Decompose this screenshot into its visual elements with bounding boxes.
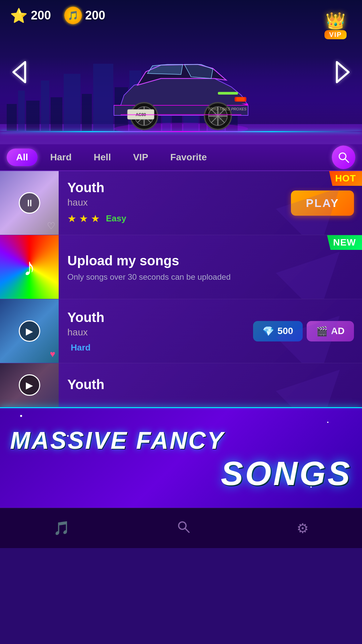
song-thumbnail[interactable]: ⏸ ♡ bbox=[0, 171, 59, 235]
song-artist: haux bbox=[67, 197, 281, 208]
play-circle[interactable]: ▶ bbox=[19, 374, 40, 396]
difficulty-tag: Easy bbox=[106, 213, 126, 224]
home-icon: 🎵 bbox=[53, 520, 70, 536]
nav-settings[interactable]: ⚙ bbox=[297, 521, 309, 536]
song-row: NEW ♪ Upload my songs Only songs over 30… bbox=[0, 235, 362, 299]
svg-rect-3 bbox=[236, 97, 245, 101]
tab-hard[interactable]: Hard bbox=[41, 149, 81, 166]
star-2: ★ bbox=[79, 213, 88, 224]
coin-count: 200 bbox=[85, 8, 105, 22]
next-arrow[interactable] bbox=[332, 60, 355, 84]
ad-label: AD bbox=[331, 326, 345, 336]
stars-row: ★ ★ ★ Easy bbox=[67, 213, 281, 224]
play-button[interactable]: PLAY bbox=[291, 191, 354, 216]
song-thumbnail[interactable]: ▶ ♥ bbox=[0, 299, 59, 363]
song-title-partial: Youth bbox=[67, 377, 355, 392]
song-title: Youth bbox=[67, 310, 243, 325]
film-icon: 🎬 bbox=[316, 326, 328, 337]
crown-icon: 👑 bbox=[325, 11, 346, 30]
ad-button[interactable]: 🎬 AD bbox=[307, 321, 354, 341]
nav-home[interactable]: 🎵 bbox=[53, 520, 70, 536]
song-actions: 💎 500 🎬 AD bbox=[250, 299, 362, 363]
star-count: 200 bbox=[31, 8, 51, 22]
gems-button[interactable]: 💎 500 bbox=[253, 321, 303, 341]
difficulty-tag: Hard bbox=[71, 342, 243, 353]
nav-search[interactable] bbox=[177, 520, 190, 536]
song-row: ▶ ♥ Youth haux Hard 💎 500 🎬 AD bbox=[0, 299, 362, 363]
promo-line2: SONGS bbox=[221, 454, 352, 493]
search-nav-icon bbox=[177, 520, 190, 536]
vip-badge[interactable]: 👑 VIP bbox=[317, 10, 354, 40]
tab-vip[interactable]: VIP bbox=[124, 149, 158, 166]
star-1: ★ bbox=[67, 213, 76, 224]
prev-arrow[interactable] bbox=[7, 60, 30, 84]
song-list: HOT ⏸ ♡ Youth haux ★ ★ ★ Easy PLAY NEW bbox=[0, 171, 362, 407]
gems-actions: 💎 500 🎬 AD bbox=[253, 321, 354, 341]
vip-label: VIP bbox=[324, 30, 347, 39]
hot-badge: HOT bbox=[329, 171, 362, 186]
search-button[interactable] bbox=[332, 146, 355, 169]
song-row-partial: ▶ Youth bbox=[0, 363, 362, 407]
song-artist: haux bbox=[67, 327, 243, 338]
music-note-icon: ♪ bbox=[23, 253, 36, 281]
song-thumbnail-partial[interactable]: ▶ bbox=[0, 363, 59, 407]
hero-section: ⭐ 200 🎵 200 👑 VIP bbox=[0, 0, 362, 144]
promo-line1: MASSIVE FANCY bbox=[10, 427, 225, 454]
favorite-heart[interactable]: ♥ bbox=[50, 349, 55, 360]
coin-stat: 🎵 200 bbox=[64, 7, 105, 24]
tab-hell[interactable]: Hell bbox=[84, 149, 120, 166]
gear-icon: ⚙ bbox=[297, 521, 309, 536]
play-circle[interactable]: ▶ bbox=[19, 320, 40, 342]
diamond-icon: 💎 bbox=[262, 326, 274, 337]
tab-favorite[interactable]: Favorite bbox=[161, 149, 216, 166]
song-title: Youth bbox=[67, 180, 281, 195]
upload-description: Only songs over 30 seconds can be upload… bbox=[67, 272, 355, 282]
star-icon: ⭐ bbox=[10, 7, 27, 24]
svg-line-24 bbox=[345, 159, 349, 162]
favorite-heart[interactable]: ♡ bbox=[47, 220, 55, 231]
song-info: Youth haux ★ ★ ★ Easy bbox=[59, 171, 288, 235]
song-info-partial: Youth bbox=[59, 363, 362, 407]
pause-button[interactable]: ⏸ bbox=[19, 192, 40, 214]
top-bar: ⭐ 200 🎵 200 👑 VIP bbox=[0, 7, 362, 24]
star-stat: ⭐ 200 bbox=[10, 7, 51, 24]
svg-rect-1 bbox=[218, 92, 238, 95]
coin-icon: 🎵 bbox=[64, 7, 82, 24]
song-info: Youth haux Hard bbox=[59, 299, 250, 363]
song-info: Upload my songs Only songs over 30 secon… bbox=[59, 235, 362, 299]
svg-line-26 bbox=[185, 528, 189, 532]
svg-marker-21 bbox=[13, 62, 25, 82]
new-badge: NEW bbox=[327, 235, 362, 250]
upload-title: Upload my songs bbox=[67, 253, 355, 268]
promo-section: MASSIVE FANCY SONGS bbox=[0, 407, 362, 508]
song-row: HOT ⏸ ♡ Youth haux ★ ★ ★ Easy PLAY bbox=[0, 171, 362, 235]
star-3: ★ bbox=[91, 213, 100, 224]
svg-marker-22 bbox=[337, 62, 349, 82]
car: AC80 TOYO TIRES PROXES bbox=[94, 38, 268, 132]
filter-tabs: All Hard Hell VIP Favorite bbox=[0, 144, 362, 171]
gems-amount: 500 bbox=[278, 326, 293, 336]
upload-thumbnail[interactable]: ♪ bbox=[0, 235, 59, 299]
svg-text:TOYO TIRES PROXES: TOYO TIRES PROXES bbox=[208, 107, 247, 111]
tab-all[interactable]: All bbox=[7, 149, 38, 166]
bottom-nav: 🎵 ⚙ bbox=[0, 508, 362, 548]
